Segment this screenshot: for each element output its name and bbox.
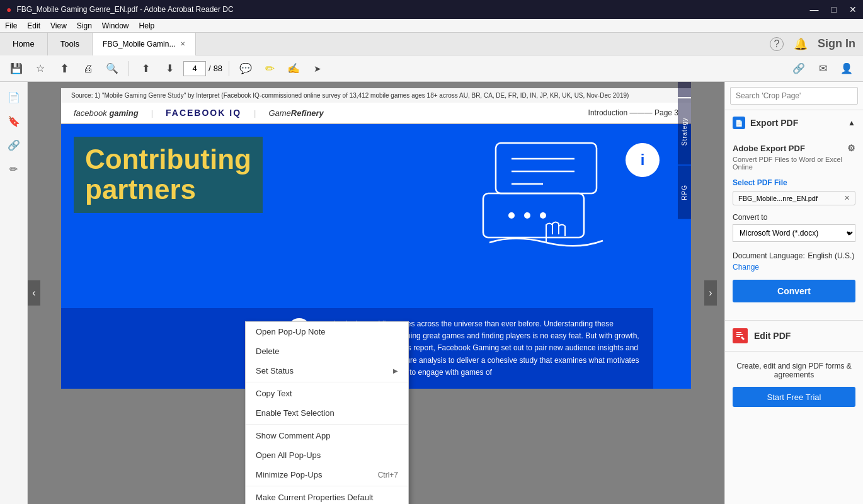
- tab-home[interactable]: Home: [0, 33, 48, 55]
- export-pdf-content: Adobe Export PDF ⚙ Convert PDF Files to …: [725, 135, 863, 320]
- page-down-button[interactable]: ⬇: [159, 59, 180, 79]
- start-free-trial-button[interactable]: Start Free Trial: [733, 387, 855, 407]
- convert-to-select-wrapper[interactable]: Microsoft Word (*.docx) Microsoft Excel …: [733, 224, 855, 242]
- convert-to-select[interactable]: Microsoft Word (*.docx) Microsoft Excel …: [733, 224, 855, 242]
- export-pdf-section: 📄 Export PDF ▲ Adobe Export PDF ⚙ Conver…: [725, 110, 863, 321]
- page-total: 88: [214, 64, 222, 73]
- ctx-set-status[interactable]: Set Status ▶: [246, 361, 408, 381]
- bookmark-button[interactable]: ☆: [30, 59, 50, 79]
- svg-point-5: [508, 212, 515, 219]
- comment-icon: 💬: [239, 62, 252, 74]
- print-button[interactable]: 🖨: [78, 59, 98, 79]
- adobe-settings-icon[interactable]: ⚙: [847, 143, 855, 153]
- convert-to-label: Convert to: [733, 213, 855, 222]
- source-text: Source: 1) "Mobile Gaming Genre Study" b…: [71, 92, 629, 99]
- strategy-tab[interactable]: Strategy: [678, 98, 691, 164]
- ctx-open-popup[interactable]: Open Pop-Up Note: [246, 322, 408, 341]
- tab-document[interactable]: FBG_Mobile Gamin... ✕: [93, 33, 196, 55]
- ctx-enable-text-selection[interactable]: Enable Text Selection: [246, 403, 408, 423]
- export-pdf-chevron[interactable]: ▲: [848, 118, 855, 127]
- pdf-side-tabs[interactable]: Contents Strategy RPG: [678, 82, 691, 256]
- email-button[interactable]: ✉: [813, 59, 833, 79]
- draw-button[interactable]: ✍: [283, 59, 304, 79]
- pdf-viewer: ‹ › Source: 1) "Mobile Gaming Genre Stud…: [28, 82, 724, 504]
- svg-point-6: [524, 212, 530, 219]
- ctx-separator-3: [246, 486, 408, 486]
- sidebar-pages-button[interactable]: 📄: [4, 87, 24, 107]
- user-button[interactable]: 👤: [837, 59, 857, 79]
- fb-gaming-logo: facebook gaming: [74, 108, 139, 118]
- export-pdf-header[interactable]: 📄 Export PDF ▲: [725, 110, 863, 135]
- share-button[interactable]: ➤: [307, 59, 328, 79]
- tab-bar: Home Tools FBG_Mobile Gamin... ✕ ? 🔔 Sig…: [0, 33, 863, 55]
- sidebar-bookmarks-button[interactable]: 🔖: [4, 111, 24, 131]
- page-down-icon: ⬇: [166, 62, 174, 74]
- close-button[interactable]: ✕: [849, 4, 857, 14]
- page-up-button[interactable]: ⬆: [135, 59, 156, 79]
- contributing-partners-text: Contributingpartners: [74, 137, 263, 213]
- change-language-link[interactable]: Change: [733, 263, 759, 272]
- save-button[interactable]: 💾: [6, 59, 26, 79]
- ctx-copy-text[interactable]: Copy Text: [246, 384, 408, 403]
- ctx-show-comment-app[interactable]: Show Comment App: [246, 426, 408, 445]
- convert-button[interactable]: Convert: [733, 280, 855, 302]
- nav-next-button[interactable]: ›: [704, 280, 717, 306]
- save-icon: 💾: [10, 62, 23, 74]
- title-bar: ● FBG_Mobile Gaming Genre_EN.pdf - Adobe…: [0, 0, 863, 19]
- menu-sign[interactable]: Sign: [77, 21, 92, 30]
- rpg-tab[interactable]: RPG: [678, 166, 691, 219]
- upload-icon: ⬆: [60, 62, 69, 76]
- remove-file-button[interactable]: ✕: [844, 194, 850, 202]
- menu-help[interactable]: Help: [139, 21, 155, 30]
- menu-window[interactable]: Window: [102, 21, 129, 30]
- ctx-open-all-popups[interactable]: Open All Pop-Ups: [246, 445, 408, 465]
- ctx-minimize-popups[interactable]: Minimize Pop-Ups Ctrl+7: [246, 465, 408, 484]
- edit-pdf-icon: [733, 328, 748, 343]
- svg-rect-4: [483, 193, 584, 238]
- highlight-button[interactable]: ✏: [260, 59, 280, 79]
- maximize-button[interactable]: □: [832, 4, 837, 14]
- tab-tools[interactable]: Tools: [48, 33, 93, 55]
- sign-in-button[interactable]: Sign In: [818, 37, 855, 50]
- panel-search-input[interactable]: [730, 87, 858, 105]
- chat-illustration: [477, 137, 615, 253]
- left-sidebar: 📄 🔖 🔗 ✏: [0, 82, 28, 504]
- tab-close-button[interactable]: ✕: [180, 40, 185, 47]
- ctx-arrow-icon: ▶: [393, 367, 398, 374]
- sidebar-comments-button[interactable]: ✏: [4, 159, 24, 179]
- ctx-make-default[interactable]: Make Current Properties Default: [246, 488, 408, 504]
- menu-view[interactable]: View: [50, 21, 67, 30]
- page-info: Introduction ——— Page 3: [588, 108, 678, 117]
- menu-file[interactable]: File: [5, 21, 17, 30]
- sidebar-links-button[interactable]: 🔗: [4, 135, 24, 155]
- share-icon: ➤: [314, 64, 321, 74]
- header-separator-2: |: [254, 108, 256, 118]
- search-button[interactable]: 🔍: [102, 59, 122, 79]
- toolbar-separator-1: [129, 61, 129, 76]
- contents-tab[interactable]: Contents: [678, 82, 691, 97]
- edit-pdf-section[interactable]: Edit PDF: [725, 321, 863, 352]
- header-separator-1: |: [151, 108, 153, 118]
- page-separator: /: [209, 64, 211, 73]
- comment-button[interactable]: 💬: [236, 59, 256, 79]
- link-button[interactable]: 🔗: [789, 59, 809, 79]
- notifications-icon[interactable]: 🔔: [794, 37, 808, 51]
- bookmark-icon: ☆: [36, 62, 45, 74]
- adobe-export-desc: Convert PDF Files to Word or Excel Onlin…: [733, 156, 855, 171]
- nav-prev-button[interactable]: ‹: [28, 280, 40, 306]
- minimize-button[interactable]: —: [810, 4, 819, 14]
- bottom-promo-text: Create, edit and sign PDF forms & agreem…: [733, 362, 855, 379]
- select-pdf-label: Select PDF File: [733, 178, 855, 187]
- page-number-input[interactable]: [183, 61, 206, 76]
- upload-button[interactable]: ⬆: [54, 59, 74, 79]
- comments-icon: ✏: [9, 163, 18, 175]
- links-icon: 🔗: [8, 139, 20, 151]
- pages-icon: 📄: [8, 91, 20, 103]
- menu-edit[interactable]: Edit: [27, 21, 40, 30]
- highlight-icon: ✏: [265, 62, 275, 76]
- app-icon: ●: [6, 4, 11, 14]
- document-language-section: Document Language: English (U.S.) Change: [733, 249, 855, 272]
- ctx-delete[interactable]: Delete: [246, 341, 408, 361]
- ctx-separator-1: [246, 382, 408, 382]
- help-icon[interactable]: ?: [770, 37, 784, 51]
